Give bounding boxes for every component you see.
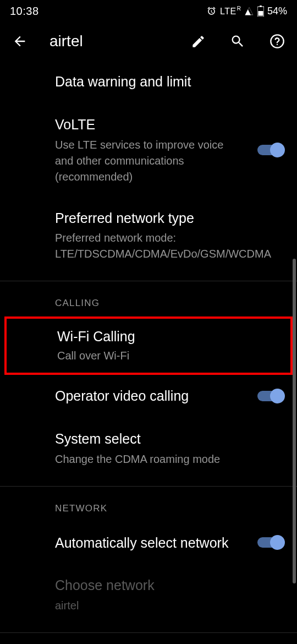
search-button[interactable] [228,31,248,51]
svg-point-4 [277,44,278,45]
scrollbar[interactable] [293,259,296,583]
svg-point-3 [271,35,283,47]
app-bar: airtel [0,22,297,61]
setting-operator-video[interactable]: Operator video calling [0,375,297,418]
pencil-icon [191,34,206,49]
battery-icon [257,6,264,17]
setting-subtitle: Call over Wi-Fi [57,348,279,364]
help-button[interactable] [267,31,287,51]
setting-subtitle: Preferred network mode: LTE/TDSCDMA/CDMA… [55,230,282,262]
help-icon [270,34,285,49]
svg-rect-2 [258,11,263,16]
setting-data-warning[interactable]: Data warning and limit [0,61,297,103]
setting-title: System select [55,430,282,449]
setting-system-select[interactable]: System select Change the CDMA roaming mo… [0,418,297,479]
battery-percent: 54% [267,6,287,17]
setting-title: Operator video calling [55,387,245,406]
setting-subtitle: Change the CDMA roaming mode [55,451,282,467]
setting-preferred-network[interactable]: Preferred network type Preferred network… [0,197,297,275]
setting-title: Automatically select network [55,534,245,553]
back-arrow-icon [12,34,28,49]
setting-wifi-calling[interactable]: Wi-Fi Calling Call over Wi-Fi [4,316,293,375]
edit-button[interactable] [188,31,208,51]
setting-auto-select-network[interactable]: Automatically select network [0,522,297,565]
settings-content[interactable]: Data warning and limit VoLTE Use LTE ser… [0,61,297,644]
setting-subtitle: airtel [55,598,282,614]
setting-apn[interactable]: Access point names [0,633,297,644]
volte-toggle[interactable] [257,143,284,158]
setting-title: VoLTE [55,116,245,134]
setting-title: Wi-Fi Calling [57,328,279,346]
svg-rect-1 [260,6,262,7]
signal-icon [244,6,254,16]
page-title: airtel [50,32,168,50]
section-header-network: NETWORK [0,487,297,522]
operator-video-toggle[interactable] [257,389,284,404]
setting-volte[interactable]: VoLTE Use LTE services to improve voice … [0,103,297,197]
status-bar: 10:38 LTER 54% [0,0,297,22]
setting-choose-network: Choose network airtel [0,564,297,626]
back-button[interactable] [10,31,30,51]
network-type: LTER [220,6,241,17]
search-icon [230,34,245,49]
status-indicators: LTER 54% [206,6,287,17]
setting-title: Data warning and limit [55,73,282,91]
setting-title: Choose network [55,576,282,595]
alarm-icon [206,6,217,17]
setting-title: Preferred network type [55,209,282,228]
section-header-calling: CALLING [0,281,297,316]
status-time: 10:38 [10,5,39,18]
auto-select-toggle[interactable] [257,535,284,550]
setting-subtitle: Use LTE services to improve voice and ot… [55,137,245,185]
